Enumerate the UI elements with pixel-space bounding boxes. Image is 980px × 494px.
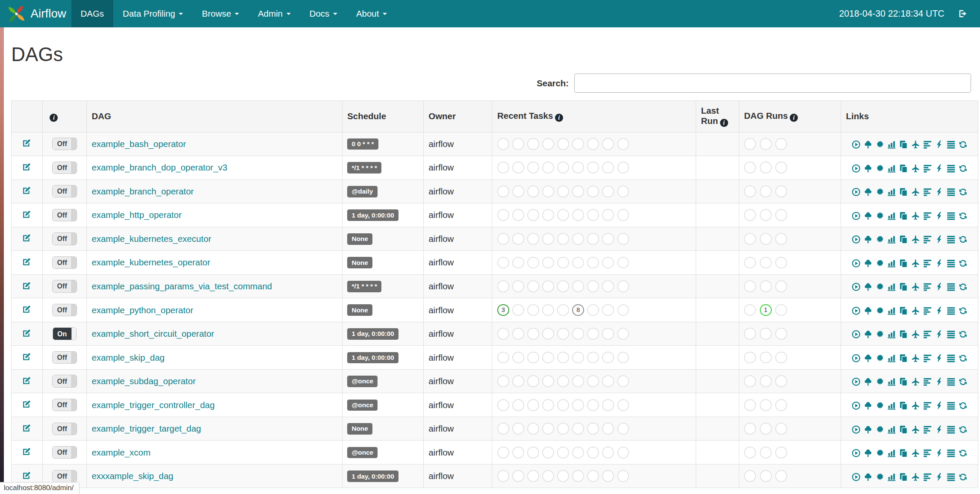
recent-task-circle[interactable] — [602, 352, 614, 364]
recent-task-circle[interactable] — [572, 185, 584, 197]
landing-times-icon[interactable] — [911, 281, 920, 291]
recent-task-circle[interactable] — [542, 470, 554, 482]
recent-task-circle[interactable] — [542, 423, 554, 435]
code-icon[interactable] — [935, 234, 943, 244]
task-duration-icon[interactable] — [887, 162, 896, 173]
recent-task-circle[interactable] — [512, 470, 524, 482]
recent-task-circle[interactable] — [557, 352, 569, 364]
dag-run-circle[interactable] — [775, 233, 787, 245]
dag-run-circle[interactable] — [760, 257, 772, 269]
refresh-icon[interactable] — [959, 376, 967, 386]
recent-task-circle[interactable] — [512, 352, 524, 364]
recent-task-circle[interactable] — [512, 304, 524, 316]
recent-task-circle[interactable] — [542, 138, 554, 150]
gantt-icon[interactable] — [923, 305, 932, 315]
graph-view-icon[interactable] — [876, 353, 884, 363]
recent-task-circle[interactable] — [572, 399, 584, 411]
recent-task-circle[interactable] — [617, 352, 629, 364]
landing-times-icon[interactable] — [911, 234, 920, 244]
code-icon[interactable] — [935, 376, 943, 386]
recent-task-circle[interactable] — [497, 470, 509, 482]
landing-times-icon[interactable] — [911, 471, 920, 481]
dag-link[interactable]: example_python_operator — [92, 305, 193, 315]
dag-link[interactable]: example_kubernetes_operator — [92, 257, 210, 267]
task-tries-icon[interactable] — [899, 329, 908, 339]
dag-run-circle[interactable] — [744, 423, 756, 435]
landing-times-icon[interactable] — [911, 423, 920, 434]
edit-dag-icon[interactable] — [22, 138, 32, 147]
recent-task-circle[interactable] — [617, 162, 629, 173]
refresh-icon[interactable] — [959, 305, 967, 315]
recent-task-circle[interactable] — [587, 257, 599, 269]
code-icon[interactable] — [935, 353, 943, 363]
details-icon[interactable] — [947, 210, 955, 220]
dag-run-circle[interactable] — [760, 209, 772, 221]
nav-item-dags[interactable]: DAGs — [71, 0, 113, 27]
dag-pause-toggle[interactable]: Off — [52, 423, 77, 435]
recent-task-circle[interactable] — [587, 280, 599, 292]
recent-task-circle[interactable] — [497, 257, 509, 269]
recent-task-circle[interactable] — [527, 257, 539, 269]
dag-run-circle[interactable] — [760, 375, 772, 387]
refresh-icon[interactable] — [959, 400, 967, 410]
trigger-dag-icon[interactable] — [852, 353, 860, 363]
task-tries-icon[interactable] — [899, 400, 908, 410]
recent-task-circle[interactable] — [557, 447, 569, 459]
recent-task-circle[interactable] — [572, 470, 584, 482]
task-tries-icon[interactable] — [899, 281, 908, 291]
details-icon[interactable] — [947, 257, 955, 268]
recent-task-circle[interactable] — [557, 185, 569, 197]
dag-pause-toggle[interactable]: Off — [52, 446, 77, 459]
tree-view-icon[interactable] — [864, 447, 872, 458]
recent-task-circle[interactable] — [557, 162, 569, 173]
recent-task-circle[interactable] — [527, 280, 539, 292]
recent-task-circle[interactable] — [512, 328, 524, 340]
dag-run-circle[interactable] — [775, 280, 787, 292]
gantt-icon[interactable] — [923, 281, 932, 291]
landing-times-icon[interactable] — [911, 400, 920, 410]
dag-pause-toggle[interactable]: Off — [52, 209, 77, 221]
dag-link[interactable]: example_short_circuit_operator — [92, 329, 214, 338]
edit-dag-icon[interactable] — [22, 423, 32, 432]
recent-task-circle[interactable] — [527, 209, 539, 221]
gantt-icon[interactable] — [923, 447, 932, 458]
recent-task-circle[interactable] — [542, 328, 554, 340]
edit-dag-icon[interactable] — [22, 399, 32, 409]
landing-times-icon[interactable] — [911, 305, 920, 315]
task-duration-icon[interactable] — [887, 139, 896, 149]
task-duration-icon[interactable] — [887, 257, 896, 268]
task-tries-icon[interactable] — [899, 447, 908, 458]
tree-view-icon[interactable] — [864, 329, 872, 339]
recent-task-circle[interactable] — [557, 280, 569, 292]
dag-pause-toggle[interactable]: Off — [52, 375, 77, 387]
refresh-icon[interactable] — [959, 257, 967, 268]
tree-view-icon[interactable] — [864, 281, 872, 291]
recent-task-circle[interactable] — [587, 470, 599, 482]
task-tries-icon[interactable] — [899, 139, 908, 149]
details-icon[interactable] — [947, 353, 955, 363]
search-input[interactable] — [574, 74, 971, 93]
trigger-dag-icon[interactable] — [852, 210, 860, 220]
recent-task-circle[interactable] — [602, 162, 614, 173]
nav-item-data-profiling[interactable]: Data Profiling — [113, 0, 192, 27]
landing-times-icon[interactable] — [911, 447, 920, 458]
details-icon[interactable] — [947, 305, 955, 315]
recent-task-circle[interactable] — [497, 399, 509, 411]
dag-run-circle[interactable] — [760, 233, 772, 245]
task-tries-icon[interactable] — [899, 471, 908, 481]
recent-task-circle[interactable] — [557, 138, 569, 150]
recent-task-circle[interactable] — [572, 375, 584, 387]
task-duration-icon[interactable] — [887, 305, 896, 315]
dag-run-circle[interactable] — [744, 328, 756, 340]
recent-task-circle[interactable] — [617, 138, 629, 150]
task-duration-icon[interactable] — [887, 234, 896, 244]
gantt-icon[interactable] — [923, 162, 932, 173]
dag-run-circle[interactable] — [744, 185, 756, 197]
recent-task-circle[interactable] — [617, 209, 629, 221]
recent-task-circle[interactable] — [587, 423, 599, 435]
code-icon[interactable] — [935, 210, 943, 220]
recent-task-circle[interactable] — [557, 209, 569, 221]
graph-view-icon[interactable] — [876, 186, 884, 197]
code-icon[interactable] — [935, 162, 943, 173]
recent-task-circle[interactable] — [557, 233, 569, 245]
